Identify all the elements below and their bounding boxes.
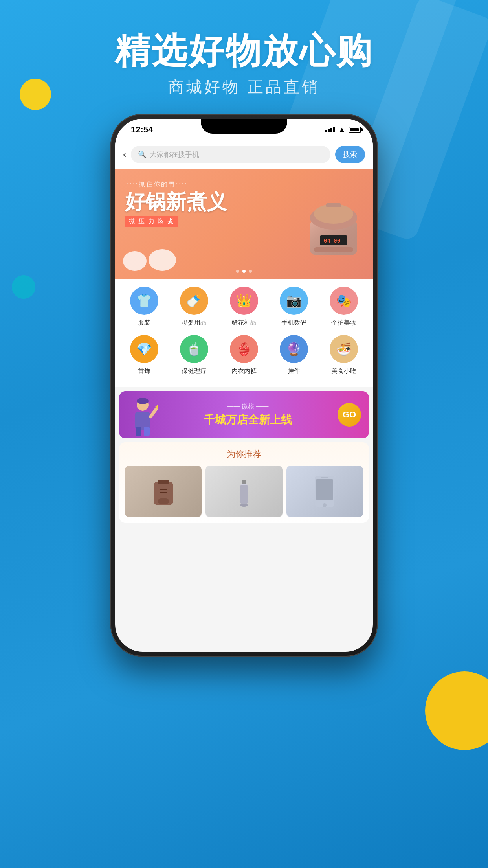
maternal-label: 母婴用品 (182, 319, 207, 327)
promo-character-svg (127, 397, 158, 436)
recommend-grid (125, 466, 363, 517)
digital-label: 手机数码 (281, 319, 306, 327)
digital-icon: 📷 (280, 287, 308, 315)
flowers-label: 鲜花礼品 (231, 319, 257, 327)
backpack-svg (148, 474, 179, 509)
underwear-icon: 👙 (230, 335, 258, 363)
recommend-item-bottle[interactable] (205, 466, 282, 517)
svg-rect-4 (326, 203, 341, 207)
svg-rect-27 (321, 477, 328, 478)
svg-rect-18 (160, 489, 167, 490)
cooker-svg: 04:00 (302, 188, 365, 259)
category-row-1: 👕 服装 🍼 母婴用品 👑 鲜花礼品 📷 (119, 287, 369, 327)
recommend-item-backpack[interactable] (125, 466, 202, 517)
clothing-icon: 👕 (130, 287, 158, 315)
category-pendant[interactable]: 🔮 挂件 (274, 335, 314, 375)
banner-dot-3 (249, 270, 252, 273)
svg-point-23 (240, 504, 248, 507)
back-button[interactable]: ‹ (123, 149, 126, 160)
promo-main-text: 千城万店全新上线 (158, 412, 338, 427)
svg-rect-13 (136, 427, 141, 436)
clothing-label: 服装 (138, 319, 150, 327)
svg-line-11 (150, 409, 156, 417)
page-subtitle: 商城好物 正品直销 (0, 76, 488, 98)
phone-image (286, 466, 363, 517)
svg-point-26 (323, 503, 327, 507)
category-food[interactable]: 🍜 美食小吃 (324, 335, 363, 375)
category-flowers[interactable]: 👑 鲜花礼品 (224, 287, 264, 327)
promo-figure (127, 397, 158, 432)
category-digital[interactable]: 📷 手机数码 (274, 287, 314, 327)
recommend-item-phone[interactable] (286, 466, 363, 517)
signal-bars-icon (325, 127, 335, 132)
wifi-icon: ▲ (338, 125, 345, 134)
beauty-label: 个护美妆 (331, 319, 356, 327)
category-underwear[interactable]: 👙 内衣内裤 (224, 335, 264, 375)
maternal-icon: 🍼 (180, 287, 208, 315)
promo-text: —— 微核 —— 千城万店全新上线 (158, 403, 338, 427)
signal-bar-1 (325, 130, 327, 132)
recommend-section: 为你推荐 (119, 442, 369, 523)
category-health[interactable]: 🍵 保健理疗 (174, 335, 214, 375)
phone-screen: 12:54 ▲ ‹ (115, 119, 373, 652)
svg-point-17 (158, 498, 169, 504)
category-grid: 👕 服装 🍼 母婴用品 👑 鲜花礼品 📷 (115, 279, 373, 387)
jewelry-label: 首饰 (138, 367, 150, 375)
food-icon: 🍜 (330, 335, 358, 363)
health-label: 保健理疗 (182, 367, 207, 375)
buns-decoration (123, 251, 176, 271)
status-icons: ▲ (325, 125, 361, 134)
pendant-icon: 🔮 (280, 335, 308, 363)
battery-icon (349, 127, 361, 133)
category-jewelry[interactable]: 💎 首饰 (125, 335, 164, 375)
promo-main-label: 千城万店 (204, 414, 248, 426)
phone-mockup: 12:54 ▲ ‹ (110, 114, 378, 657)
svg-rect-16 (158, 480, 169, 484)
banner-small-text: ::::抓住你的胃:::: (127, 180, 188, 189)
svg-rect-25 (316, 479, 333, 500)
screen-content: ‹ 🔍 大家都在搜手机 搜索 ::::抓住你的胃:::: 好锅新煮义 微 压 力… (115, 140, 373, 652)
category-maternal[interactable]: 🍼 母婴用品 (174, 287, 214, 327)
backpack-image (125, 466, 202, 517)
search-button[interactable]: 搜索 (335, 146, 365, 163)
pendant-label: 挂件 (288, 367, 300, 375)
underwear-label: 内衣内裤 (231, 367, 257, 375)
banner-indicator (236, 270, 252, 273)
recommend-title: 为你推荐 (125, 448, 363, 460)
search-placeholder-text: 大家都在搜手机 (150, 150, 199, 159)
signal-bar-3 (330, 128, 332, 132)
svg-rect-14 (144, 427, 150, 436)
signal-bar-2 (328, 129, 330, 132)
category-beauty[interactable]: 🎭 个护美妆 (324, 287, 363, 327)
promo-brand: —— 微核 —— (158, 403, 338, 411)
search-input-area[interactable]: 🔍 大家都在搜手机 (131, 146, 330, 163)
header-section: 精选好物放心购 商城好物 正品直销 (0, 31, 488, 98)
promo-highlight: 全新上线 (248, 414, 292, 426)
bottle-svg (232, 472, 256, 511)
category-clothing[interactable]: 👕 服装 (125, 287, 164, 327)
decor-circle-teal (12, 275, 35, 299)
jewelry-icon: 💎 (130, 335, 158, 363)
svg-rect-20 (240, 484, 248, 505)
svg-text:04:00: 04:00 (324, 237, 340, 244)
search-icon: 🔍 (138, 150, 147, 159)
banner-dot-2 (242, 270, 246, 273)
status-time: 12:54 (127, 125, 153, 135)
flowers-icon: 👑 (230, 287, 258, 315)
search-bar: ‹ 🔍 大家都在搜手机 搜索 (115, 140, 373, 169)
promo-banner[interactable]: —— 微核 —— 千城万店全新上线 GO (119, 391, 369, 438)
product-phone-svg (311, 472, 338, 511)
svg-rect-22 (241, 484, 247, 485)
food-label: 美食小吃 (331, 367, 356, 375)
health-icon: 🍵 (180, 335, 208, 363)
product-banner[interactable]: ::::抓住你的胃:::: 好锅新煮义 微 压 力 焖 煮 (115, 169, 373, 279)
banner-tag: 微 压 力 焖 煮 (125, 216, 178, 227)
battery-fill (350, 128, 359, 131)
phone-notch (201, 119, 287, 134)
category-row-2: 💎 首饰 🍵 保健理疗 👙 内衣内裤 🔮 (119, 335, 369, 375)
svg-point-9 (137, 398, 149, 404)
rice-cooker-illustration: 04:00 (302, 173, 365, 251)
page-title: 精选好物放心购 (0, 31, 488, 70)
phone-outer: 12:54 ▲ ‹ (110, 114, 378, 657)
promo-go-button[interactable]: GO (338, 403, 361, 427)
